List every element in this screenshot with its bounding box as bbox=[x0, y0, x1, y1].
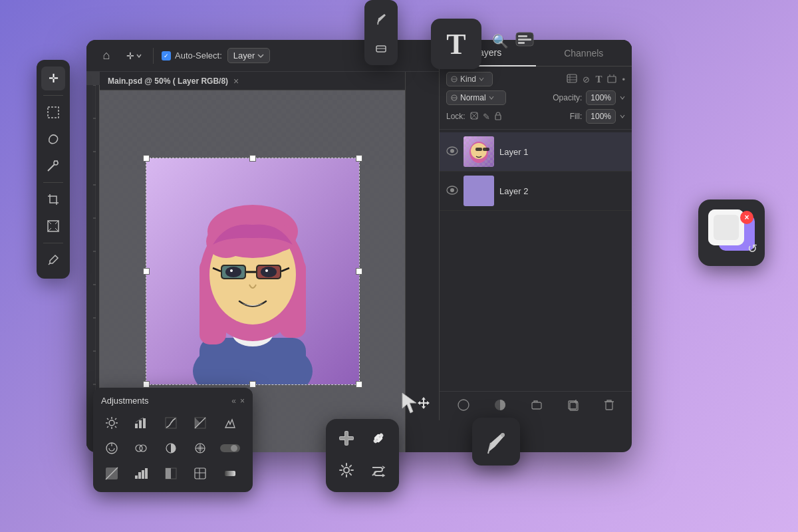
handle-tm[interactable] bbox=[249, 155, 256, 162]
adj-brightness-contrast[interactable] bbox=[160, 438, 182, 459]
magic-wand-tool[interactable] bbox=[41, 154, 65, 178]
handle-mr[interactable] bbox=[356, 268, 362, 275]
tool-divider bbox=[43, 95, 63, 96]
canvas-image bbox=[146, 158, 359, 384]
layer-item-1[interactable]: Layer 1 bbox=[440, 132, 632, 172]
fx-button[interactable] bbox=[455, 396, 472, 416]
filter-text-icon[interactable]: T bbox=[595, 74, 602, 85]
filter-adjustment-icon[interactable]: ⊘ bbox=[583, 74, 590, 84]
svg-rect-131 bbox=[166, 468, 171, 479]
kind-select[interactable]: Kind bbox=[446, 72, 493, 86]
home-button[interactable]: ⌂ bbox=[94, 44, 118, 68]
handle-bl[interactable] bbox=[143, 381, 150, 388]
opacity-value[interactable]: 100% bbox=[586, 90, 616, 105]
autoselect-checkbox[interactable] bbox=[162, 51, 171, 61]
svg-line-106 bbox=[115, 418, 116, 420]
new-layer-button[interactable] bbox=[565, 396, 582, 416]
smart-tool-settings[interactable] bbox=[338, 462, 354, 482]
adj-color-balance[interactable] bbox=[130, 438, 152, 459]
tool-divider-2 bbox=[43, 182, 63, 183]
layer-item-2[interactable]: Layer 2 bbox=[440, 172, 632, 211]
adj-close-btn[interactable]: × bbox=[240, 396, 245, 406]
fill-chevron[interactable] bbox=[620, 114, 625, 118]
eyedropper-tool[interactable] bbox=[41, 248, 65, 272]
svg-rect-16 bbox=[518, 39, 531, 41]
smart-tool-bandage[interactable] bbox=[370, 430, 387, 451]
adj-hue-sat[interactable] bbox=[101, 438, 122, 459]
move-tool-btn[interactable]: ✛ bbox=[124, 48, 145, 64]
adj-vibrance[interactable] bbox=[219, 412, 241, 434]
svg-line-1 bbox=[48, 164, 55, 171]
filter-shape-icon[interactable] bbox=[607, 74, 616, 85]
layer-2-thumb bbox=[464, 176, 494, 206]
smart-tool-shuffle[interactable] bbox=[370, 462, 386, 482]
lock-transparent-icon[interactable] bbox=[469, 111, 479, 122]
adj-threshold[interactable] bbox=[160, 463, 182, 484]
group-button[interactable] bbox=[528, 396, 545, 416]
smart-tool-heal[interactable] bbox=[338, 430, 355, 451]
crop-tool[interactable] bbox=[41, 188, 65, 211]
blend-mode-select[interactable]: Normal bbox=[446, 90, 506, 105]
frame-tool[interactable] bbox=[41, 214, 65, 238]
filter-pixel-icon[interactable] bbox=[567, 74, 577, 85]
blend-opacity-row: Normal Opacity: 100% bbox=[446, 90, 625, 105]
svg-point-116 bbox=[140, 445, 146, 452]
svg-rect-0 bbox=[48, 107, 59, 118]
pen-top-tool[interactable] bbox=[369, 7, 393, 31]
handle-ml[interactable] bbox=[143, 268, 150, 275]
svg-point-144 bbox=[344, 467, 349, 473]
canvas-close-btn[interactable]: × bbox=[233, 76, 239, 86]
adj-posterize[interactable] bbox=[130, 463, 152, 484]
svg-point-63 bbox=[225, 267, 241, 277]
character-artwork bbox=[146, 158, 359, 384]
fill-label: Fill: bbox=[570, 112, 583, 121]
adj-collapse-btn[interactable]: « bbox=[231, 396, 236, 406]
tab-channels[interactable]: Channels bbox=[536, 40, 632, 66]
lock-image-icon[interactable]: ✎ bbox=[483, 112, 490, 122]
delete-layer-button[interactable] bbox=[601, 396, 617, 416]
adj-gradient-map[interactable] bbox=[219, 463, 241, 484]
adj-exposure[interactable] bbox=[190, 412, 211, 434]
canvas-tab: Main.psd @ 50% ( Layer RGB/8) × bbox=[100, 72, 405, 90]
mask-button[interactable] bbox=[491, 396, 509, 416]
marquee-tool[interactable] bbox=[41, 100, 65, 124]
adj-selective-color[interactable] bbox=[190, 463, 211, 484]
filter-more-icon[interactable]: • bbox=[622, 74, 625, 84]
handle-bm[interactable] bbox=[249, 381, 256, 388]
dup-close-icon[interactable]: × bbox=[740, 211, 753, 224]
adj-levels[interactable] bbox=[130, 412, 152, 434]
fill-value[interactable]: 100% bbox=[586, 109, 616, 124]
svg-rect-126 bbox=[135, 475, 138, 479]
text-toolbar[interactable]: T bbox=[431, 19, 481, 69]
adj-toggle[interactable] bbox=[219, 438, 241, 459]
adj-brightness[interactable] bbox=[101, 412, 122, 434]
pen-tool-floating[interactable] bbox=[472, 418, 520, 466]
move-tool[interactable]: ✛ bbox=[41, 66, 65, 90]
layer-1-visibility[interactable] bbox=[446, 146, 458, 158]
options-button[interactable] bbox=[515, 32, 534, 50]
dup-undo-icon[interactable]: ↺ bbox=[747, 241, 757, 256]
handle-tl[interactable] bbox=[143, 155, 150, 162]
svg-rect-87 bbox=[483, 148, 489, 151]
lock-label: Lock: bbox=[446, 112, 466, 121]
adj-curves[interactable] bbox=[160, 412, 182, 434]
svg-line-12 bbox=[378, 18, 379, 25]
duplicate-tool[interactable]: × ↺ bbox=[698, 200, 765, 266]
adj-invert[interactable] bbox=[101, 463, 122, 484]
layers-panel: Layers Channels Kind bbox=[439, 40, 632, 420]
eraser-tool[interactable] bbox=[369, 35, 393, 59]
adj-controls: « × bbox=[231, 396, 245, 406]
search-button[interactable]: 🔍 bbox=[492, 33, 509, 49]
lock-fill-row: Lock: ✎ Fill: 100% bbox=[446, 109, 625, 124]
lock-position-icon[interactable] bbox=[494, 111, 502, 122]
dup-front-layer bbox=[708, 209, 744, 245]
layer-dropdown[interactable]: Layer bbox=[227, 48, 271, 63]
lasso-tool[interactable] bbox=[41, 127, 65, 151]
handle-tr[interactable] bbox=[356, 155, 362, 162]
svg-line-105 bbox=[115, 426, 116, 428]
handle-br[interactable] bbox=[356, 381, 362, 388]
layer-2-visibility[interactable] bbox=[446, 186, 458, 197]
opacity-chevron[interactable] bbox=[620, 96, 625, 100]
adj-color-lookup[interactable] bbox=[190, 438, 211, 459]
svg-rect-109 bbox=[139, 420, 142, 428]
